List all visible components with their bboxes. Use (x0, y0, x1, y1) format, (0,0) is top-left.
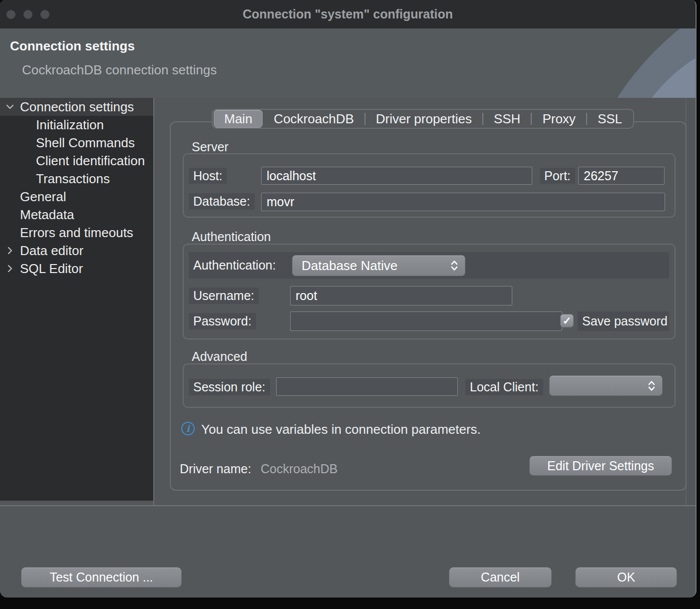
info-text: You can use variables in connection para… (201, 422, 481, 437)
sidebar-item-label: Transactions (0, 171, 110, 187)
driver-name-label: Driver name: (180, 462, 251, 476)
session-role-label: Session role: (189, 379, 270, 395)
sidebar-item-label: Initialization (0, 117, 104, 133)
sidebar-item-label: Metadata (0, 207, 74, 223)
database-label: Database: (189, 193, 255, 210)
tab-ssh[interactable]: SSH (483, 110, 531, 127)
driver-name-value: CockroachDB (261, 462, 338, 476)
tab-driver-properties[interactable]: Driver properties (365, 110, 482, 127)
info-icon: i (181, 422, 195, 435)
advanced-group-label: Advanced (192, 349, 247, 364)
edit-driver-settings-button[interactable]: Edit Driver Settings (529, 456, 672, 476)
ok-button[interactable]: OK (575, 567, 677, 588)
sidebar-item-label: Connection settings (0, 99, 134, 115)
auth-group-label: Authentication (192, 230, 271, 244)
database-input[interactable] (261, 193, 665, 211)
sidebar-item-connection-settings[interactable]: Connection settings (0, 98, 153, 116)
port-input[interactable] (578, 167, 665, 185)
host-label: Host: (189, 168, 227, 184)
username-label: Username: (189, 288, 259, 304)
auth-type-selected-value: Database Native (302, 258, 397, 274)
sidebar-item-label: General (0, 189, 66, 205)
footer-divider (0, 505, 696, 506)
chevron-right-icon (5, 264, 15, 274)
sidebar-item-metadata[interactable]: Metadata (0, 206, 153, 224)
sidebar-item-label: Client identification (0, 153, 145, 169)
updown-chevrons-icon (450, 260, 459, 272)
titlebar: Connection "system" configuration (0, 0, 696, 28)
save-password-label: Save password (578, 311, 669, 331)
sidebar-item-shell-commands[interactable]: Shell Commands (0, 134, 153, 152)
expander-closed-icon[interactable] (4, 260, 16, 278)
sidebar-item-transactions[interactable]: Transactions (0, 170, 153, 188)
connection-config-dialog: Connection "system" configuration Connec… (0, 0, 697, 598)
tab-bar: MainCockroachDBDriver propertiesSSHProxy… (212, 109, 634, 129)
sidebar-item-initialization[interactable]: Initialization (0, 116, 153, 134)
sidebar-item-errors-and-timeouts[interactable]: Errors and timeouts (0, 224, 153, 242)
test-connection-button[interactable]: Test Connection ... (21, 567, 182, 588)
settings-tree: Connection settingsInitializationShell C… (0, 98, 153, 501)
port-label: Port: (540, 168, 575, 184)
tab-cockroachdb[interactable]: CockroachDB (263, 110, 364, 127)
username-input[interactable] (290, 286, 512, 305)
password-label: Password: (189, 313, 256, 329)
save-password-checkbox[interactable] (560, 314, 574, 327)
chevron-right-icon (5, 246, 15, 256)
chevron-down-icon (5, 102, 15, 112)
sidebar-divider (153, 98, 154, 506)
updown-chevrons-icon (647, 380, 656, 392)
expander-open-icon[interactable] (4, 98, 16, 116)
session-role-input[interactable] (276, 377, 458, 396)
auth-type-label: Authentication: (189, 252, 280, 279)
window-title: Connection "system" configuration (0, 0, 696, 28)
sidebar-item-label: Shell Commands (0, 135, 135, 151)
expander-closed-icon[interactable] (4, 242, 16, 260)
server-group-label: Server (192, 140, 229, 154)
sidebar-item-label: Errors and timeouts (0, 225, 133, 241)
sidebar-item-sql-editor[interactable]: SQL Editor (0, 260, 153, 278)
password-input[interactable] (290, 311, 562, 331)
auth-type-dropdown[interactable]: Database Native (292, 255, 465, 276)
local-client-label: Local Client: (465, 379, 543, 395)
sidebar-item-data-editor[interactable]: Data editor (0, 242, 153, 260)
host-input[interactable] (261, 167, 532, 185)
local-client-dropdown[interactable] (549, 375, 663, 396)
tab-ssl[interactable]: SSL (587, 110, 633, 127)
sidebar-item-general[interactable]: General (0, 188, 153, 206)
sidebar-item-client-identification[interactable]: Client identification (0, 152, 153, 170)
tab-main[interactable]: Main (214, 110, 263, 128)
tab-proxy[interactable]: Proxy (532, 110, 586, 127)
dialog-header: Connection settings CockroachDB connecti… (0, 28, 696, 98)
page-subtitle: CockroachDB connection settings (22, 62, 217, 78)
cancel-button[interactable]: Cancel (449, 567, 552, 588)
page-title: Connection settings (10, 38, 135, 54)
